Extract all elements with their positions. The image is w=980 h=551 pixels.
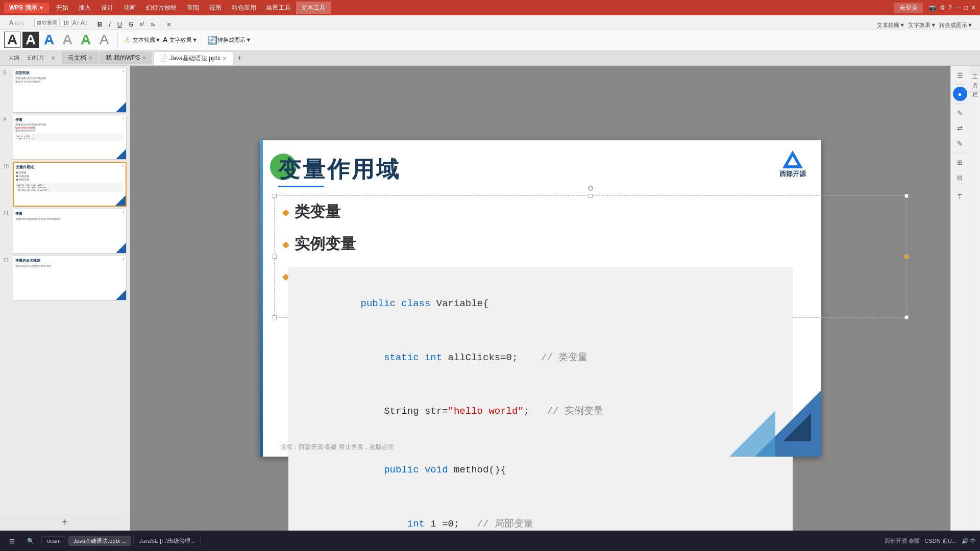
big-a-outline[interactable]: A [4,32,20,48]
rt-btn-text[interactable]: T [953,189,967,204]
rb-tab-font-style[interactable]: A 样式 [3,17,30,29]
rt-btn-arrange[interactable]: ⊟ [953,170,967,185]
settings-icon[interactable]: ⚙ [940,4,945,11]
big-a-gray[interactable]: A [59,32,76,48]
wenzixiaoguo-btn[interactable]: 文字效果▼ [169,36,198,44]
taskbar-ocam[interactable]: ocam [41,536,66,545]
rt-separator-1 [955,84,965,85]
big-a-solid[interactable]: A [22,32,39,48]
file-tabs-bar: 大纲 幻灯片 ✕ 云文档 ✕ 我 我的WPS ✕ 📄 Java基础语法.pptx… [0,51,980,66]
menu-shitu[interactable]: 视图 [204,2,227,14]
outline-panel-btn[interactable]: 大纲 [4,54,23,62]
superscript-btn[interactable]: x² [137,20,146,28]
tab-java-pptx[interactable]: 📄 Java基础语法.pptx ✕ [153,52,233,65]
align-btns[interactable]: ≡ [164,20,173,29]
ribbon: A 样式 微软雅黑 18 A↑A↓ B I U S x² x₁ ≡ 文本轮廓▼ … [0,15,980,51]
slide-thumb-8[interactable]: 8 类型转换 类型转换内容文字示例说明更多文字内容示例文字 ✓ [3,68,127,113]
panel-close[interactable]: ✕ [48,55,58,62]
slide-thumb-10[interactable]: 10 变量作用域 ◆ 类变量◆ 实例变量◆ 局部变量 public class … [3,162,127,207]
text-style-group: A A A A A A [4,32,118,48]
thumb-12[interactable]: 变量的命名规范 命名规范内容说明文字更多示例 ✓ [13,256,127,300]
big-a-plain[interactable]: A [96,32,112,48]
right-label-2[interactable]: 具 [969,74,980,83]
menu-charu[interactable]: 插入 [74,2,96,14]
menu-tese[interactable]: 特色应用 [227,2,261,14]
wenzi-xiaoguo[interactable]: 文字效果▼ [908,21,936,29]
rt-separator-3 [955,153,965,153]
maximize-icon[interactable]: □ [964,4,968,11]
transform-btn[interactable]: 转换成图示▼ [217,36,251,44]
thumb-11[interactable]: 变量 变量内容示例说明文字更多示例内容说明 ✓ [13,209,127,254]
login-button[interactable]: 未登录 [894,3,923,13]
text-tools-group: 文本轮廓▼ 文字效果▼ 转换成图示▼ [873,21,977,29]
subscript-btn[interactable]: x₁ [148,20,158,28]
wps-logo[interactable]: WPS 演示 ▼ [4,3,49,13]
right-label-1[interactable]: 工 [969,66,980,74]
menu-huitu[interactable]: 绘图工具 [261,2,296,14]
tab-mywps[interactable]: 我 我的WPS ✕ [100,52,152,64]
taskbar-javase[interactable]: JavaSE [F:\班级管理... [133,536,201,546]
rt-btn-blue-circle[interactable]: ● [953,87,967,101]
slide-title-area: 变量作用域 [278,155,401,187]
minimize-icon[interactable]: — [955,4,961,11]
slide-left-accent [260,140,263,457]
rt-btn-layers[interactable]: ⊞ [953,155,967,169]
add-tab-btn[interactable]: + [233,52,246,65]
slides-panel-btn[interactable]: 幻灯片 [23,54,48,62]
menu-wenben[interactable]: 文本工具 [296,2,331,14]
bullet-item-1: ◆ 实例变量 [282,234,356,255]
slide-num-12: 12 [3,258,11,263]
wenbenlunkuo-btn[interactable]: 文本轮廓▼ [133,36,161,44]
transform-group: 🔄 转换成图示▼ [204,35,254,45]
slide-thumb-9[interactable]: 9 变量 变量相关内容说明文字示例type variant [value]更多说… [3,115,127,160]
slide-thumb-12[interactable]: 12 变量的命名规范 命名规范内容说明文字更多示例 ✓ [3,256,127,300]
menu-shenyue[interactable]: 审阅 [182,2,204,14]
taskbar-start[interactable]: ⊞ [4,536,20,546]
menu-donghua[interactable]: 动画 [118,2,141,14]
big-a-blue[interactable]: A [41,32,57,48]
slide-num-9: 9 [3,117,11,122]
rotation-handle[interactable] [588,186,593,191]
slide-canvas[interactable]: 变量作用域 西部开源 [260,140,821,457]
italic-btn[interactable]: I [106,19,113,29]
right-label-3[interactable]: 栏 [969,83,980,92]
thumb-10[interactable]: 变量作用域 ◆ 类变量◆ 实例变量◆ 局部变量 public class Var… [13,162,127,207]
help-icon[interactable]: ? [948,4,952,11]
rt-btn-edit-2[interactable]: ✎ [953,136,967,151]
logo-triangle-inner [788,156,798,165]
slides-list: 8 类型转换 类型转换内容文字示例说明更多文字内容示例文字 ✓ 9 变量 变量相… [0,66,130,513]
menu-放映[interactable]: 幻灯片放映 [141,2,182,14]
slide-thumb-11[interactable]: 11 变量 变量内容示例说明文字更多示例内容说明 ✓ [3,209,127,254]
zhuanhuan[interactable]: 转换成图示▼ [939,21,973,29]
rb-tab-size[interactable]: 微软雅黑 18 A↑A↓ [30,17,92,29]
rt-btn-edit-1[interactable]: ✎ [953,106,967,120]
rt-btn-1[interactable]: ☰ [953,68,967,82]
taskbar-java-pptx[interactable]: Java基础语法.pptx ... [68,536,131,546]
code-line-4: public void method(){ [303,443,778,497]
thumb-9[interactable]: 变量 变量相关内容说明文字示例type variant [value]更多说明内… [13,115,127,160]
taskbar-csdn[interactable]: CSDN 追U... [925,537,957,545]
tab-yundoc[interactable]: 云文档 ✕ [62,52,99,64]
code-line-1: public class Variable{ [303,277,778,331]
taskbar-time: 🔊 中 [962,537,976,545]
bullet-diamond-1: ◆ [282,239,289,250]
camera-icon[interactable]: 📷 [929,4,937,11]
big-a-green[interactable]: A [78,32,94,48]
bold-btn[interactable]: B [95,19,105,29]
code-block[interactable]: public class Variable{ static int allCli… [288,267,793,531]
slide-canvas-area: 变量作用域 西部开源 [130,66,950,531]
menu-sheji[interactable]: 设计 [96,2,118,14]
thumb-8[interactable]: 类型转换 类型转换内容文字示例说明更多文字内容示例文字 ✓ [13,68,127,113]
rt-btn-replace[interactable]: ⇄ [953,121,967,135]
strikethrough-btn[interactable]: S [126,19,136,29]
bullet-text-1: 实例变量 [295,234,356,255]
close-icon[interactable]: ✕ [971,4,976,11]
menu-kaishi[interactable]: 开始 [51,2,74,14]
add-slide-btn[interactable]: + [0,513,130,531]
code-line-2: static int allClicks=0; // 类变量 [303,331,778,384]
underline-btn[interactable]: U [115,19,125,29]
wenben-kuangxian[interactable]: 文本轮廓▼ [877,21,905,29]
taskbar-search[interactable]: 🔍 [22,537,39,545]
slide-num-8: 8 [3,70,11,76]
title-underline [278,186,324,187]
